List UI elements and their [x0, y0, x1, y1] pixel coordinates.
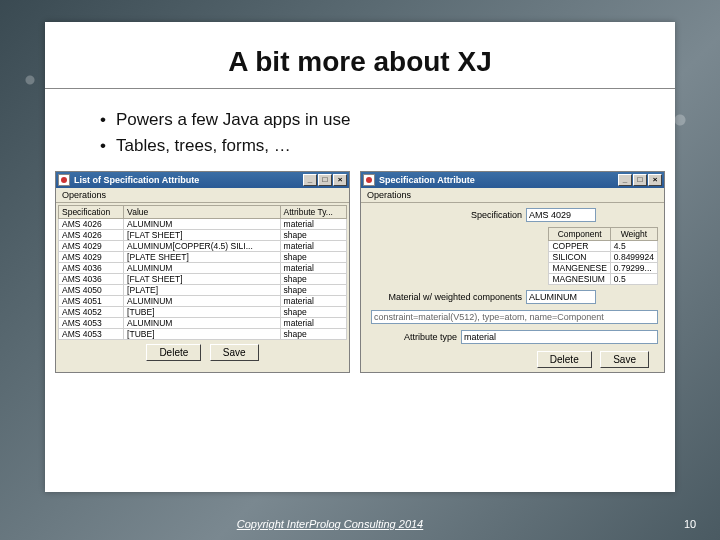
cell[interactable]: AMS 4026: [59, 219, 124, 230]
app-icon: [363, 174, 375, 186]
material-field[interactable]: ALUMINUM: [526, 290, 596, 304]
cell[interactable]: shape: [280, 307, 346, 318]
col-weight[interactable]: Weight: [610, 228, 657, 241]
cell[interactable]: 0.79299...: [610, 263, 657, 274]
col-component[interactable]: Component: [549, 228, 610, 241]
cell[interactable]: material: [280, 241, 346, 252]
cell[interactable]: AMS 4029: [59, 252, 124, 263]
cell[interactable]: shape: [280, 329, 346, 340]
spec-field[interactable]: AMS 4029: [526, 208, 596, 222]
spec-label: Specification: [367, 210, 522, 220]
save-button[interactable]: Save: [600, 351, 649, 368]
close-button[interactable]: ×: [333, 174, 347, 186]
cell[interactable]: AMS 4051: [59, 296, 124, 307]
cell[interactable]: AMS 4052: [59, 307, 124, 318]
maximize-button[interactable]: □: [633, 174, 647, 186]
cell[interactable]: [PLATE SHEET]: [124, 252, 280, 263]
slide-card: A bit more about XJ Powers a few Java ap…: [45, 22, 675, 492]
cell[interactable]: ALUMINUM: [124, 318, 280, 329]
table-row[interactable]: AMS 4036[FLAT SHEET]shape: [59, 274, 347, 285]
cell[interactable]: ALUMINUM[COPPER(4.5) SILI...: [124, 241, 280, 252]
window-title: List of Specification Attribute: [74, 175, 299, 185]
cell[interactable]: AMS 4026: [59, 230, 124, 241]
menu-operations[interactable]: Operations: [60, 190, 108, 200]
menubar: Operations: [56, 188, 349, 203]
table-row[interactable]: AMS 4053ALUMINUMmaterial: [59, 318, 347, 329]
cell[interactable]: material: [280, 219, 346, 230]
table-row[interactable]: AMS 4026ALUMINUMmaterial: [59, 219, 347, 230]
slide-title: A bit more about XJ: [45, 22, 675, 88]
cell[interactable]: [TUBE]: [124, 329, 280, 340]
save-button[interactable]: Save: [210, 344, 259, 361]
col-spec[interactable]: Specification: [59, 206, 124, 219]
cell[interactable]: material: [280, 263, 346, 274]
attrtype-label: Attribute type: [367, 332, 457, 342]
table-row[interactable]: COPPER4.5: [549, 241, 658, 252]
components-table[interactable]: Component Weight COPPER4.5SILICON0.84999…: [548, 227, 658, 285]
bullet-list: Powers a few Java apps in use Tables, tr…: [45, 107, 675, 159]
cell[interactable]: [PLATE]: [124, 285, 280, 296]
cell[interactable]: AMS 4036: [59, 274, 124, 285]
cell[interactable]: ALUMINUM: [124, 219, 280, 230]
app-icon: [58, 174, 70, 186]
maximize-button[interactable]: □: [318, 174, 332, 186]
table-row[interactable]: MAGNESIUM0.5: [549, 274, 658, 285]
cell[interactable]: 0.8499924: [610, 252, 657, 263]
cell[interactable]: AMS 4053: [59, 329, 124, 340]
cell[interactable]: AMS 4036: [59, 263, 124, 274]
title-rule: [45, 88, 675, 89]
copyright: Copyright InterProlog Consulting 2014: [0, 518, 660, 530]
bullet-item: Powers a few Java apps in use: [100, 107, 635, 133]
bullet-item: Tables, trees, forms, …: [100, 133, 635, 159]
table-row[interactable]: AMS 4026[FLAT SHEET]shape: [59, 230, 347, 241]
cell[interactable]: 4.5: [610, 241, 657, 252]
col-value[interactable]: Value: [124, 206, 280, 219]
cell[interactable]: shape: [280, 252, 346, 263]
cell[interactable]: 0.5: [610, 274, 657, 285]
table-row[interactable]: AMS 4052[TUBE]shape: [59, 307, 347, 318]
material-label: Material w/ weighted components: [367, 292, 522, 302]
table-row[interactable]: AMS 4053[TUBE]shape: [59, 329, 347, 340]
cell[interactable]: MAGNESIUM: [549, 274, 610, 285]
cell[interactable]: [TUBE]: [124, 307, 280, 318]
table-row[interactable]: AMS 4050[PLATE]shape: [59, 285, 347, 296]
cell[interactable]: COPPER: [549, 241, 610, 252]
constraint-field[interactable]: constraint=material(V512), type=atom, na…: [371, 310, 658, 324]
cell[interactable]: material: [280, 318, 346, 329]
table-row[interactable]: AMS 4051ALUMINUMmaterial: [59, 296, 347, 307]
cell[interactable]: shape: [280, 274, 346, 285]
titlebar[interactable]: Specification Attribute _ □ ×: [361, 172, 664, 188]
window-spec-detail: Specification Attribute _ □ × Operations…: [360, 171, 665, 373]
cell[interactable]: [FLAT SHEET]: [124, 230, 280, 241]
cell[interactable]: shape: [280, 285, 346, 296]
cell[interactable]: shape: [280, 230, 346, 241]
cell[interactable]: ALUMINUM: [124, 263, 280, 274]
cell[interactable]: ALUMINUM: [124, 296, 280, 307]
table-row[interactable]: AMS 4029ALUMINUM[COPPER(4.5) SILI...mate…: [59, 241, 347, 252]
table-row[interactable]: MANGENESE0.79299...: [549, 263, 658, 274]
cell[interactable]: [FLAT SHEET]: [124, 274, 280, 285]
table-row[interactable]: AMS 4029[PLATE SHEET]shape: [59, 252, 347, 263]
minimize-button[interactable]: _: [303, 174, 317, 186]
titlebar[interactable]: List of Specification Attribute _ □ ×: [56, 172, 349, 188]
cell[interactable]: AMS 4029: [59, 241, 124, 252]
attrtype-field[interactable]: material: [461, 330, 658, 344]
cell[interactable]: SILICON: [549, 252, 610, 263]
delete-button[interactable]: Delete: [537, 351, 592, 368]
table-row[interactable]: SILICON0.8499924: [549, 252, 658, 263]
col-attrtype[interactable]: Attribute Ty...: [280, 206, 346, 219]
menubar: Operations: [361, 188, 664, 203]
window-title: Specification Attribute: [379, 175, 614, 185]
close-button[interactable]: ×: [648, 174, 662, 186]
page-number: 10: [660, 518, 720, 530]
cell[interactable]: AMS 4053: [59, 318, 124, 329]
footer: Copyright InterProlog Consulting 2014 10: [0, 514, 720, 534]
spec-table[interactable]: Specification Value Attribute Ty... AMS …: [58, 205, 347, 340]
minimize-button[interactable]: _: [618, 174, 632, 186]
cell[interactable]: AMS 4050: [59, 285, 124, 296]
delete-button[interactable]: Delete: [146, 344, 201, 361]
menu-operations[interactable]: Operations: [365, 190, 413, 200]
cell[interactable]: MANGENESE: [549, 263, 610, 274]
table-row[interactable]: AMS 4036ALUMINUMmaterial: [59, 263, 347, 274]
cell[interactable]: material: [280, 296, 346, 307]
